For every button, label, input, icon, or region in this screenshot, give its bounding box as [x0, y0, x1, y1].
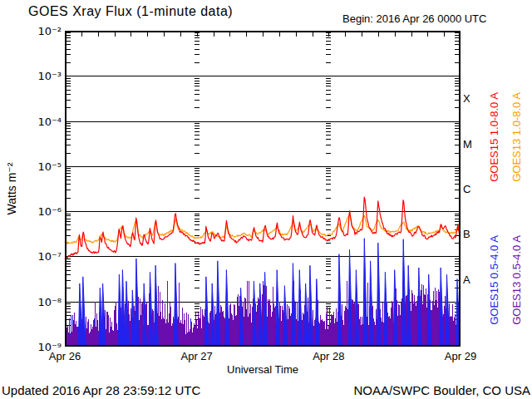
goes-xray-flux-page: GOES Xray Flux (1-minute data) Begin: 20…	[0, 0, 532, 399]
y-tick-label: 10⁻⁴	[23, 115, 62, 127]
y-tick-label: 10⁻⁶	[23, 205, 62, 218]
x-tick-label: Apr 28	[313, 350, 344, 362]
x-axis-title: Universal Time	[227, 363, 298, 376]
flare-class-letter: X	[463, 92, 470, 105]
updated-timestamp: Updated 2016 Apr 28 23:59:12 UTC	[2, 383, 200, 397]
flare-class-letter: M	[463, 137, 472, 150]
legend-goes13-short-channel: GOES13 0.5-4.0 A	[510, 235, 523, 325]
y-tick-label: 10⁻⁷	[23, 250, 62, 263]
data-source-credit: NOAA/SWPC Boulder, CO USA	[353, 383, 530, 397]
y-tick-label: 10⁻⁸	[23, 295, 62, 308]
y-tick-label: 10⁻⁵	[23, 160, 62, 172]
flare-class-letter: C	[463, 183, 470, 195]
xray-flux-chart	[0, 0, 532, 399]
flare-class-letter: B	[463, 228, 470, 240]
legend-goes13-long-channel: GOES13 1.0-8.0 A	[510, 92, 523, 182]
x-tick-label: Apr 29	[445, 350, 476, 362]
y-tick-label: 10⁻²	[23, 25, 62, 37]
flare-class-letter: A	[463, 273, 470, 285]
x-tick-label: Apr 27	[181, 350, 213, 362]
y-axis-title: Watts m⁻²	[5, 163, 18, 215]
y-tick-label: 10⁻³	[23, 70, 62, 82]
legend-goes15-short-channel: GOES15 0.5-4.0 A	[488, 235, 500, 325]
legend-goes15-long-channel: GOES15 1.0-8.0 A	[488, 92, 500, 182]
x-tick-label: Apr 26	[49, 350, 81, 362]
